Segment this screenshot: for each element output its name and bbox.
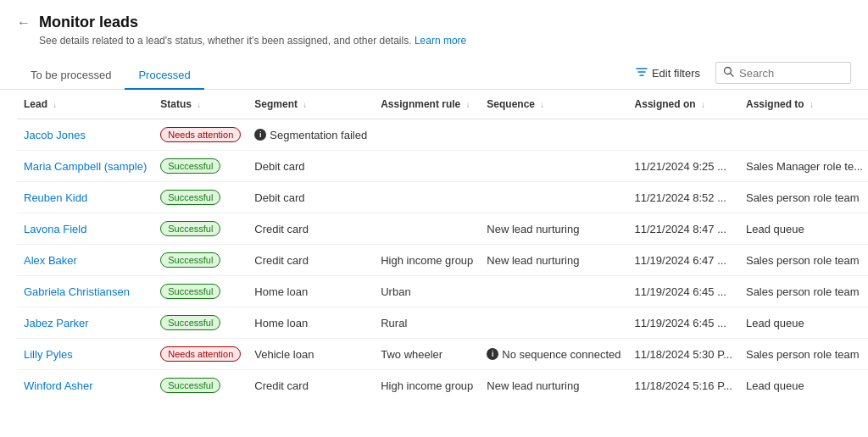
tab-actions: Edit filters bbox=[629, 62, 851, 84]
segment-cell: Credit card bbox=[248, 370, 374, 396]
sequence-cell: New lead nurturing bbox=[480, 370, 627, 396]
table-row: Jacob JonesNeeds attentioni Segmentation… bbox=[17, 119, 868, 151]
segmentation-failed-icon: i bbox=[254, 129, 266, 141]
status-badge: Successful bbox=[160, 315, 220, 330]
sequence-cell: i No sequence connected bbox=[480, 339, 627, 370]
segment-cell: Vehicle loan bbox=[248, 339, 374, 370]
assigned-to-cell bbox=[739, 119, 868, 151]
status-badge: Needs attention bbox=[160, 127, 241, 142]
sort-icon-sequence: ↓ bbox=[540, 100, 544, 109]
search-box[interactable] bbox=[715, 62, 851, 84]
segment-cell: Home loan bbox=[248, 276, 374, 307]
sequence-cell bbox=[480, 307, 627, 339]
col-assigned-to[interactable]: Assigned to ↓ bbox=[739, 90, 868, 119]
page-header: ← Monitor leads See details related to a… bbox=[0, 0, 868, 53]
assigned-to-cell: Sales Manager role te... bbox=[739, 151, 868, 182]
lead-link[interactable]: Maria Campbell (sample) bbox=[24, 160, 147, 173]
assigned-on-cell: 11/21/2024 8:47 ... bbox=[628, 213, 739, 245]
lead-link[interactable]: Reuben Kidd bbox=[24, 191, 87, 204]
table-row: Alex BakerSuccessfulCredit cardHigh inco… bbox=[17, 245, 868, 276]
sequence-cell bbox=[480, 151, 627, 182]
lead-link[interactable]: Winford Asher bbox=[24, 379, 93, 392]
table-row: Reuben KiddSuccessfulDebit card11/21/202… bbox=[17, 182, 868, 213]
col-status[interactable]: Status ↓ bbox=[153, 90, 248, 119]
segment-cell: Debit card bbox=[248, 151, 374, 182]
sequence-cell bbox=[480, 119, 627, 151]
sequence-cell: New lead nurturing bbox=[480, 245, 627, 276]
assignment-rule-cell bbox=[374, 151, 480, 182]
svg-line-1 bbox=[731, 74, 734, 77]
lead-link[interactable]: Lavona Field bbox=[24, 223, 86, 235]
table-header-row: Lead ↓ Status ↓ Segment ↓ Assignment rul… bbox=[17, 90, 868, 119]
table-row: Maria Campbell (sample)SuccessfulDebit c… bbox=[17, 151, 868, 182]
table-row: Gabriela ChristiansenSuccessfulHome loan… bbox=[17, 276, 868, 307]
learn-more-link[interactable]: Learn more bbox=[415, 35, 466, 47]
search-input[interactable] bbox=[739, 67, 843, 80]
edit-filters-label: Edit filters bbox=[652, 67, 700, 80]
status-badge: Successful bbox=[160, 284, 220, 299]
sort-icon-assignment: ↓ bbox=[466, 100, 470, 109]
assigned-on-cell: 11/18/2024 5:16 P... bbox=[628, 370, 739, 396]
filter-icon bbox=[636, 66, 648, 80]
status-badge: Successful bbox=[160, 158, 220, 174]
edit-filters-button[interactable]: Edit filters bbox=[629, 63, 707, 84]
table-body: Jacob JonesNeeds attentioni Segmentation… bbox=[17, 119, 868, 396]
assigned-on-cell: 11/19/2024 6:45 ... bbox=[628, 276, 739, 307]
assigned-to-cell: Lead queue bbox=[739, 213, 868, 245]
assigned-on-cell: 11/21/2024 8:52 ... bbox=[628, 182, 739, 213]
sort-icon-segment: ↓ bbox=[303, 100, 307, 109]
col-sequence[interactable]: Sequence ↓ bbox=[480, 90, 627, 119]
segment-cell: Credit card bbox=[248, 213, 374, 245]
leads-table: Lead ↓ Status ↓ Segment ↓ Assignment rul… bbox=[17, 90, 868, 395]
lead-link[interactable]: Jacob Jones bbox=[24, 129, 86, 141]
lead-link[interactable]: Lilly Pyles bbox=[24, 348, 73, 361]
tab-to-be-processed[interactable]: To be processed bbox=[17, 62, 125, 90]
segment-cell: i Segmentation failed bbox=[248, 119, 374, 151]
no-sequence-icon: i bbox=[487, 348, 498, 360]
assigned-on-cell: 11/21/2024 9:25 ... bbox=[628, 151, 739, 182]
sort-icon-lead: ↓ bbox=[53, 100, 57, 109]
sequence-cell bbox=[480, 276, 627, 307]
sequence-cell: New lead nurturing bbox=[480, 213, 627, 245]
table-container: Lead ↓ Status ↓ Segment ↓ Assignment rul… bbox=[0, 90, 868, 395]
col-assigned-on[interactable]: Assigned on ↓ bbox=[628, 90, 739, 119]
tabs-bar: To be processed Processed Edit filters bbox=[0, 53, 868, 90]
assigned-to-cell: Sales person role team bbox=[739, 339, 868, 370]
tab-processed[interactable]: Processed bbox=[125, 62, 203, 90]
assigned-to-cell: Sales person role team bbox=[739, 182, 868, 213]
assignment-rule-cell: Two wheeler bbox=[374, 339, 480, 370]
tabs: To be processed Processed bbox=[17, 62, 204, 89]
status-badge: Successful bbox=[160, 378, 220, 393]
table-row: Jabez ParkerSuccessfulHome loanRural11/1… bbox=[17, 307, 868, 339]
col-assignment-rule[interactable]: Assignment rule ↓ bbox=[374, 90, 480, 119]
sort-icon-status: ↓ bbox=[197, 100, 201, 109]
sort-icon-assigned-on: ↓ bbox=[701, 100, 705, 109]
assigned-on-cell: 11/18/2024 5:30 P... bbox=[628, 339, 739, 370]
lead-link[interactable]: Alex Baker bbox=[24, 254, 77, 267]
assignment-rule-cell: Urban bbox=[374, 276, 480, 307]
assigned-on-cell bbox=[628, 119, 739, 151]
lead-link[interactable]: Jabez Parker bbox=[24, 317, 89, 329]
assigned-to-cell: Sales person role team bbox=[739, 245, 868, 276]
assignment-rule-cell bbox=[374, 182, 480, 213]
assigned-on-cell: 11/19/2024 6:45 ... bbox=[628, 307, 739, 339]
table-row: Winford AsherSuccessfulCredit cardHigh i… bbox=[17, 370, 868, 396]
back-button[interactable]: ← bbox=[17, 15, 31, 30]
assignment-rule-cell: High income group bbox=[374, 370, 480, 396]
assignment-rule-cell bbox=[374, 213, 480, 245]
segment-cell: Debit card bbox=[248, 182, 374, 213]
table-row: Lavona FieldSuccessfulCredit cardNew lea… bbox=[17, 213, 868, 245]
status-badge: Successful bbox=[160, 190, 220, 205]
search-icon bbox=[723, 66, 734, 80]
status-badge: Successful bbox=[160, 221, 220, 236]
page-title: Monitor leads bbox=[39, 14, 138, 31]
assigned-to-cell: Lead queue bbox=[739, 307, 868, 339]
assignment-rule-cell bbox=[374, 119, 480, 151]
col-segment[interactable]: Segment ↓ bbox=[248, 90, 374, 119]
lead-link[interactable]: Gabriela Christiansen bbox=[24, 285, 130, 298]
assignment-rule-cell: High income group bbox=[374, 245, 480, 276]
status-badge: Successful bbox=[160, 252, 220, 268]
segment-cell: Home loan bbox=[248, 307, 374, 339]
col-lead[interactable]: Lead ↓ bbox=[17, 90, 153, 119]
table-row: Lilly PylesNeeds attentionVehicle loanTw… bbox=[17, 339, 868, 370]
